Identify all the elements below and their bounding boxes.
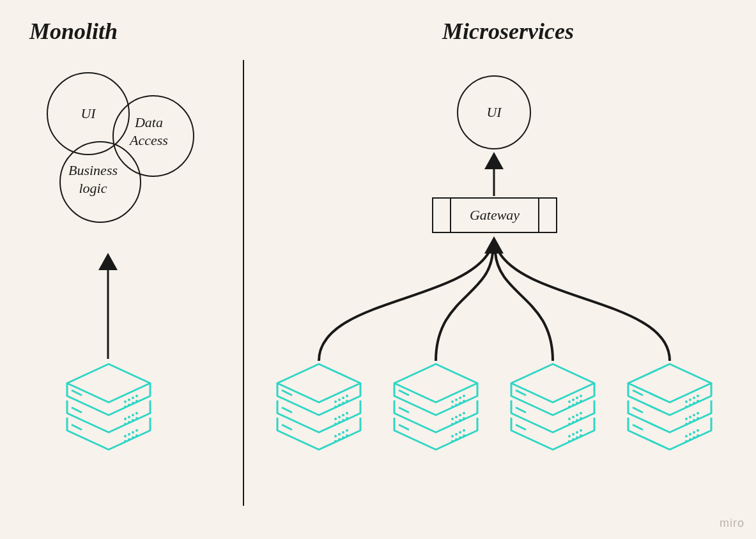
microservices-arrows [0,0,756,539]
watermark: miro [720,517,744,530]
server-stack-icon [625,361,714,453]
server-stack-icon [274,361,364,453]
server-stack-icon [508,361,598,453]
server-stack-icon [391,361,481,453]
server-stack-icon [64,361,153,453]
